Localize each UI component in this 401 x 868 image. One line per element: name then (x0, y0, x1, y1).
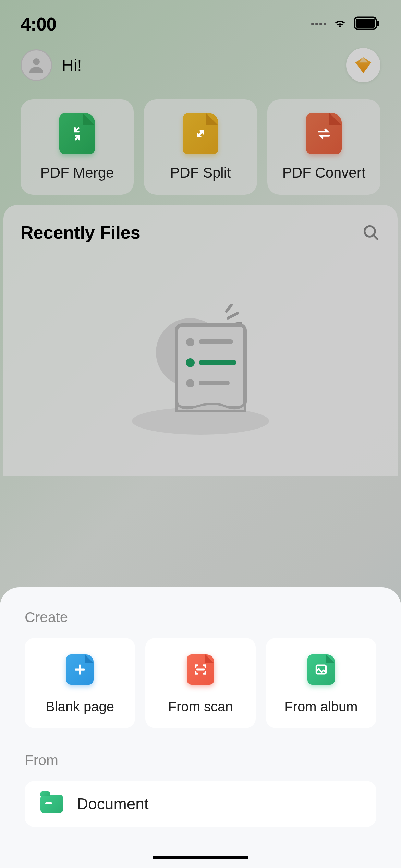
create-option-from-scan[interactable]: From scan (145, 638, 256, 728)
from-section-title: From (25, 752, 376, 769)
folder-icon (40, 795, 63, 813)
create-row: Blank page From scan From album (25, 638, 376, 728)
plus-icon (66, 654, 94, 685)
create-label: From scan (168, 699, 233, 714)
image-icon (307, 654, 335, 685)
home-indicator[interactable] (153, 856, 248, 859)
from-option-document[interactable]: Document (25, 781, 376, 827)
create-section-title: Create (25, 609, 376, 626)
bottom-sheet: Create Blank page From scan From album F… (0, 587, 401, 868)
scan-icon (187, 654, 214, 685)
create-option-blank-page[interactable]: Blank page (25, 638, 135, 728)
create-label: From album (284, 699, 357, 714)
create-option-from-album[interactable]: From album (266, 638, 376, 728)
from-label: Document (77, 795, 149, 813)
create-label: Blank page (46, 699, 114, 714)
